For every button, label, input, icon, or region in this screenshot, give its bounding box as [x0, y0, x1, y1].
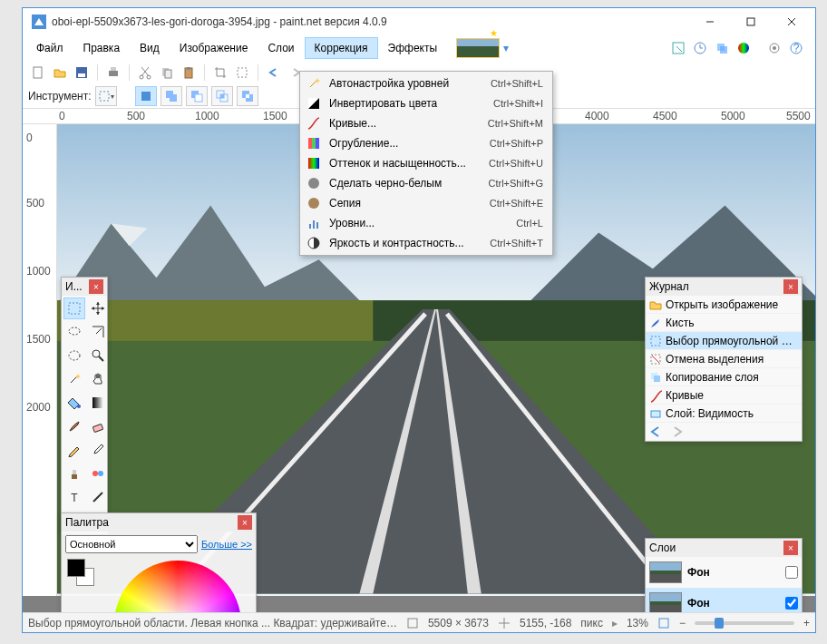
- invert-icon: [304, 95, 324, 112]
- layers-window-toggle[interactable]: [712, 38, 732, 58]
- tools-window-toggle[interactable]: [668, 38, 688, 58]
- tool-pencil[interactable]: [63, 439, 85, 461]
- copy-button[interactable]: [157, 63, 177, 83]
- tool-magic-wand[interactable]: [63, 368, 85, 390]
- tool-rect-select[interactable]: [63, 298, 85, 319]
- menu-adjustments[interactable]: Коррекция: [305, 37, 378, 59]
- tool-recolor[interactable]: [87, 463, 109, 484]
- history-item[interactable]: Кисть: [646, 314, 802, 332]
- tool-move[interactable]: [87, 298, 109, 319]
- zoom-slider[interactable]: [695, 621, 794, 625]
- tool-zoom[interactable]: [87, 345, 109, 366]
- menu-effects[interactable]: Эффекты: [378, 37, 448, 59]
- layer-thumbnail: [649, 561, 682, 583]
- color-swatches[interactable]: [67, 559, 94, 586]
- menu-image[interactable]: Изображение: [170, 37, 258, 59]
- colors-panel-close[interactable]: ×: [238, 515, 252, 530]
- layers-panel-close[interactable]: ×: [783, 541, 798, 555]
- history-redo-button[interactable]: [671, 425, 687, 438]
- thumbnail-dropdown-icon[interactable]: ▾: [503, 42, 509, 54]
- foreground-swatch[interactable]: [67, 559, 85, 577]
- document-thumbnail[interactable]: [456, 38, 500, 58]
- history-window-toggle[interactable]: [690, 38, 710, 58]
- menu-item-сепия[interactable]: СепияCtrl+Shift+E: [300, 193, 552, 213]
- menu-view[interactable]: Вид: [130, 37, 170, 59]
- tool-move-selection[interactable]: [87, 321, 109, 343]
- save-button[interactable]: [72, 63, 92, 83]
- tool-brush[interactable]: [63, 415, 85, 437]
- curves-icon: [649, 389, 662, 402]
- color-wheel[interactable]: [114, 561, 241, 612]
- status-cursor: 5155, -168: [520, 617, 571, 629]
- svg-rect-71: [654, 376, 660, 382]
- history-undo-button[interactable]: [649, 425, 666, 438]
- menu-item-сделатьчернобелым[interactable]: Сделать черно-белымCtrl+Shift+G: [300, 173, 552, 193]
- history-item[interactable]: Выбор прямоугольной области: [646, 332, 802, 350]
- menubar: Файл Правка Вид Изображение Слои Коррекц…: [23, 35, 815, 61]
- tool-text[interactable]: T: [63, 486, 85, 508]
- history-item[interactable]: Кривые: [646, 386, 802, 405]
- crop-button[interactable]: [210, 63, 230, 83]
- selmode-replace[interactable]: [135, 86, 157, 106]
- layer-visibility-checkbox[interactable]: [785, 597, 798, 610]
- layer-row[interactable]: Фон: [646, 588, 802, 612]
- new-file-button[interactable]: [28, 63, 48, 83]
- history-item[interactable]: Слой: Видимость: [646, 405, 802, 423]
- zoom-out-icon[interactable]: −: [679, 617, 686, 629]
- thumbnail-strip: ▾: [456, 38, 509, 58]
- selmode-intersect[interactable]: [211, 86, 233, 106]
- selmode-xor[interactable]: [237, 86, 258, 106]
- svg-rect-29: [187, 67, 190, 70]
- menu-item-оттенокинасыщенность[interactable]: Оттенок и насыщенность...Ctrl+Shift+U: [300, 153, 552, 173]
- minimize-button[interactable]: [689, 9, 730, 34]
- open-file-button[interactable]: [50, 63, 70, 83]
- svg-rect-39: [220, 94, 224, 98]
- undo-button[interactable]: [264, 63, 284, 83]
- tool-pan[interactable]: [87, 368, 109, 390]
- current-tool-dropdown[interactable]: ▾: [95, 86, 117, 106]
- menu-file[interactable]: Файл: [26, 37, 73, 59]
- color-role-select[interactable]: Основной: [65, 535, 198, 553]
- paste-button[interactable]: [179, 63, 199, 83]
- svg-rect-2: [747, 18, 754, 25]
- settings-icon[interactable]: [764, 38, 784, 58]
- tool-fill[interactable]: [63, 392, 85, 414]
- tool-gradient[interactable]: [87, 392, 109, 414]
- tool-picker[interactable]: [87, 439, 109, 461]
- tool-lasso[interactable]: [63, 321, 85, 343]
- status-unit[interactable]: пикс: [580, 617, 603, 629]
- deselect-button[interactable]: [232, 63, 252, 83]
- history-item[interactable]: Отмена выделения: [646, 350, 802, 368]
- tool-eraser[interactable]: [87, 415, 109, 437]
- menu-item-автонастройкауровней[interactable]: Автонастройка уровнейCtrl+Shift+L: [300, 73, 552, 93]
- tool-ellipse-select[interactable]: [63, 345, 85, 366]
- cut-button[interactable]: [135, 63, 155, 83]
- menu-item-кривые[interactable]: Кривые...Ctrl+Shift+M: [300, 113, 552, 133]
- zoom-in-icon[interactable]: +: [803, 617, 810, 629]
- more-colors-link[interactable]: Больше >>: [201, 539, 252, 550]
- maximize-button[interactable]: [730, 9, 771, 34]
- colors-window-toggle[interactable]: [734, 38, 754, 58]
- svg-rect-32: [141, 92, 151, 101]
- selmode-subtract[interactable]: [186, 86, 208, 106]
- history-item[interactable]: Открыть изображение: [646, 296, 802, 314]
- close-button[interactable]: [771, 9, 812, 34]
- menu-layers[interactable]: Слои: [258, 37, 304, 59]
- layer-visibility-checkbox[interactable]: [785, 566, 798, 579]
- layer-row[interactable]: Фон: [646, 557, 802, 588]
- menu-item-уровни[interactable]: Уровни...Ctrl+L: [300, 213, 552, 233]
- menu-item-инвертироватьцвета[interactable]: Инвертировать цветаCtrl+Shift+I: [300, 93, 552, 113]
- menu-item-огрубление[interactable]: Огрубление...Ctrl+Shift+P: [300, 133, 552, 153]
- print-button[interactable]: [103, 63, 123, 83]
- fit-window-icon[interactable]: [657, 617, 670, 629]
- tool-line[interactable]: [87, 486, 109, 508]
- selmode-add[interactable]: [161, 86, 182, 106]
- history-panel-close[interactable]: ×: [783, 279, 798, 294]
- menu-item-яркостьиконтрастность[interactable]: Яркость и контрастность...Ctrl+Shift+T: [300, 233, 552, 253]
- help-icon[interactable]: ?: [786, 38, 806, 58]
- svg-rect-20: [109, 71, 118, 76]
- menu-edit[interactable]: Правка: [73, 37, 131, 59]
- tools-panel-close[interactable]: ×: [89, 279, 103, 294]
- tool-clone[interactable]: [63, 463, 85, 484]
- history-item[interactable]: Копирование слоя: [646, 368, 802, 386]
